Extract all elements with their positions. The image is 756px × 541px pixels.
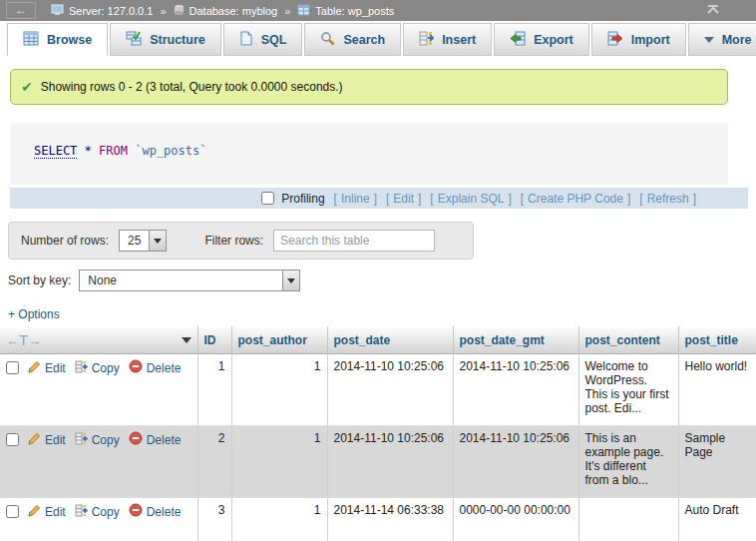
cell-post-date-gmt: 0000-00-00 00:00:00 bbox=[453, 498, 578, 541]
copy-row-button[interactable]: Copy bbox=[75, 432, 120, 448]
tab-bar: Browse Structure SQL Search Insert Expor… bbox=[0, 21, 756, 56]
database-label: Database: myblog bbox=[189, 5, 278, 17]
profiling-checkbox[interactable] bbox=[261, 192, 274, 205]
cell-id: 1 bbox=[197, 354, 231, 426]
edit-query-link[interactable]: Edit bbox=[393, 192, 414, 206]
column-header-id[interactable]: ID bbox=[197, 326, 231, 354]
table-row: Edit Copy Delete 3 1 2014-11-14 06:33:38… bbox=[0, 498, 756, 541]
export-icon bbox=[510, 31, 526, 49]
refresh-link[interactable]: Refresh bbox=[647, 192, 689, 206]
edit-row-button[interactable]: Edit bbox=[28, 432, 66, 448]
sort-key-value: None bbox=[80, 270, 282, 290]
column-header-post-author[interactable]: post_author bbox=[231, 326, 327, 354]
chevron-down-icon bbox=[704, 37, 714, 43]
bracket: ] bbox=[374, 192, 377, 206]
row-select-checkbox[interactable] bbox=[6, 361, 19, 374]
table-row: Edit Copy Delete 2 1 2014-11-10 10:25:06… bbox=[0, 426, 756, 498]
num-rows-label: Number of rows: bbox=[21, 234, 109, 248]
database-icon bbox=[174, 4, 185, 18]
copy-row-button[interactable]: Copy bbox=[75, 360, 120, 376]
options-toggle-link[interactable]: + Options bbox=[8, 307, 60, 321]
select-arrow-icon[interactable] bbox=[149, 231, 166, 251]
cell-post-author: 1 bbox=[231, 498, 327, 541]
column-header-post-content[interactable]: post_content bbox=[578, 326, 678, 354]
table-label: Table: wp_posts bbox=[315, 5, 394, 17]
breadcrumb-database[interactable]: Database: myblog bbox=[174, 4, 278, 18]
table-filter-input[interactable] bbox=[273, 230, 435, 252]
tab-browse-label: Browse bbox=[47, 33, 92, 47]
sql-query-box: SELECT * FROM `wp_posts` bbox=[10, 123, 728, 185]
tab-import[interactable]: Import bbox=[591, 23, 686, 56]
breadcrumb-separator: » bbox=[158, 5, 168, 17]
header-row: ←T→ ID post_author post_date post_date_g… bbox=[0, 326, 756, 354]
cell-post-date: 2014-11-10 10:25:06 bbox=[327, 354, 453, 426]
status-message-text: Showing rows 0 - 2 (3 total, Query took … bbox=[41, 80, 343, 94]
select-arrow-icon[interactable] bbox=[282, 270, 299, 290]
header-dropdown-icon[interactable] bbox=[182, 337, 191, 343]
tab-export[interactable]: Export bbox=[494, 23, 589, 56]
explain-sql-link[interactable]: Explain SQL bbox=[438, 192, 505, 206]
success-check-icon: ✔ bbox=[21, 79, 33, 95]
row-select-checkbox[interactable] bbox=[6, 505, 19, 518]
tab-export-label: Export bbox=[534, 33, 573, 47]
profiling-label: Profiling bbox=[281, 192, 324, 206]
results-table: ←T→ ID post_author post_date post_date_g… bbox=[0, 326, 756, 541]
collapse-panel-icon[interactable] bbox=[706, 4, 720, 17]
delete-icon bbox=[129, 431, 143, 448]
tab-browse[interactable]: Browse bbox=[7, 23, 108, 56]
status-message: ✔ Showing rows 0 - 2 (3 total, Query too… bbox=[10, 69, 728, 105]
bracket: ] bbox=[627, 192, 630, 206]
sql-keyword-select[interactable]: SELECT bbox=[34, 144, 77, 159]
delete-row-button[interactable]: Delete bbox=[129, 359, 182, 376]
bracket: [ bbox=[430, 192, 433, 206]
cell-id: 3 bbox=[197, 498, 231, 541]
tab-structure[interactable]: Structure bbox=[110, 23, 221, 56]
browse-mode-widget[interactable]: ←T→ bbox=[6, 331, 41, 348]
pencil-icon bbox=[28, 504, 41, 520]
column-actions-header: ←T→ bbox=[0, 326, 197, 354]
tab-import-label: Import bbox=[631, 33, 670, 47]
column-header-post-date-gmt[interactable]: post_date_gmt bbox=[453, 326, 578, 354]
edit-row-button[interactable]: Edit bbox=[28, 504, 66, 520]
tab-insert[interactable]: Insert bbox=[403, 23, 492, 56]
tab-search[interactable]: Search bbox=[304, 23, 401, 56]
sql-keyword-from: FROM bbox=[99, 144, 128, 158]
num-rows-select[interactable]: 25 bbox=[119, 230, 167, 252]
edit-row-button[interactable]: Edit bbox=[28, 360, 66, 376]
breadcrumb-table[interactable]: Table: wp_posts bbox=[297, 4, 394, 18]
delete-row-button[interactable]: Delete bbox=[129, 431, 182, 448]
cell-post-date: 2014-11-10 10:25:06 bbox=[327, 426, 453, 498]
copy-row-icon bbox=[75, 360, 88, 376]
tab-sql[interactable]: SQL bbox=[223, 23, 303, 56]
table-icon bbox=[297, 4, 310, 18]
sort-key-select[interactable]: None bbox=[79, 270, 300, 291]
cell-post-title: Hello world! bbox=[678, 354, 756, 426]
row-select-checkbox[interactable] bbox=[6, 433, 19, 446]
column-header-post-date[interactable]: post_date bbox=[327, 326, 453, 354]
column-header-post-title[interactable]: post_title bbox=[678, 326, 756, 354]
cell-post-content: Welcome to WordPress. This is your first… bbox=[578, 354, 678, 426]
breadcrumb-bar: ← Server: 127.0.0.1 » Database: myblog »… bbox=[0, 0, 756, 21]
create-php-code-link[interactable]: Create PHP Code bbox=[528, 192, 623, 206]
breadcrumb-server[interactable]: Server: 127.0.0.1 bbox=[51, 4, 153, 18]
pencil-icon bbox=[28, 432, 41, 448]
inline-link[interactable]: Inline bbox=[341, 192, 370, 206]
tab-more[interactable]: More bbox=[688, 23, 756, 56]
bracket: [ bbox=[639, 192, 642, 206]
back-arrow-button[interactable]: ← bbox=[6, 2, 36, 19]
bracket: ] bbox=[418, 192, 421, 206]
num-rows-value: 25 bbox=[120, 231, 149, 251]
copy-row-icon bbox=[75, 432, 88, 448]
filter-rows-label: Filter rows: bbox=[204, 234, 263, 248]
search-icon bbox=[320, 31, 335, 49]
bracket: [ bbox=[521, 192, 524, 206]
cell-post-title: Sample Page bbox=[678, 426, 756, 498]
sql-star: * bbox=[85, 144, 92, 158]
tab-search-label: Search bbox=[343, 33, 385, 47]
structure-icon bbox=[126, 31, 142, 49]
pencil-icon bbox=[28, 360, 41, 376]
delete-row-button[interactable]: Delete bbox=[129, 503, 182, 520]
import-icon bbox=[607, 31, 623, 49]
copy-row-button[interactable]: Copy bbox=[75, 504, 120, 520]
delete-icon bbox=[129, 359, 143, 376]
